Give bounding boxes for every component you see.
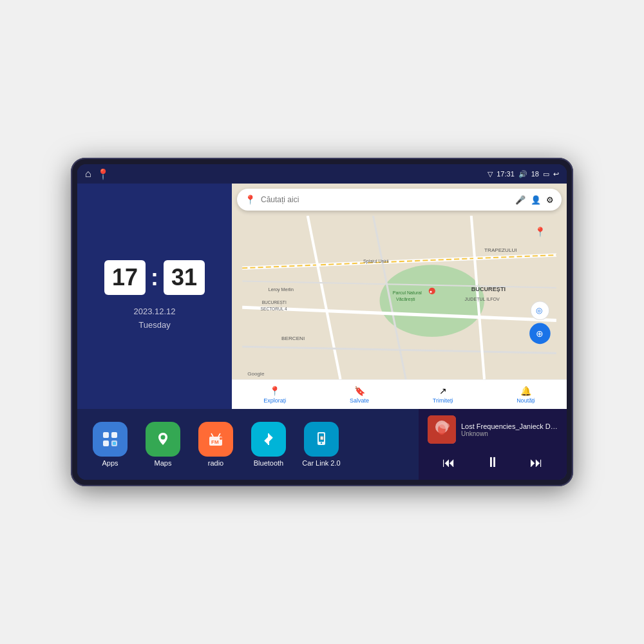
google-maps-pin-icon: 📍 — [245, 194, 256, 205]
app-icon-radio[interactable]: FM radio — [193, 422, 238, 467]
app-icon-apps[interactable]: Apps — [88, 422, 133, 467]
app-icon-bluetooth[interactable]: Bluetooth — [246, 422, 291, 467]
svg-text:BERCENI: BERCENI — [281, 336, 305, 341]
apps-icon-bg — [93, 422, 128, 457]
explore-icon: 📍 — [269, 386, 280, 396]
map-send-tab[interactable]: ↗ Trimiteți — [433, 386, 453, 404]
next-track-button[interactable]: ⏭ — [525, 453, 548, 473]
send-label: Trimiteți — [433, 397, 453, 404]
music-text: Lost Frequencies_Janieck Devy-... Unknow… — [461, 422, 558, 437]
bluetooth-label: Bluetooth — [254, 459, 283, 467]
svg-rect-28 — [103, 432, 109, 438]
svg-text:JUDEȚUL ILFOV: JUDEȚUL ILFOV — [465, 297, 500, 302]
status-bar: ⌂ 📍 ▽ 17:31 🔊 18 ▭ ↩ — [77, 164, 567, 184]
map-explore-tab[interactable]: 📍 Explorați — [263, 386, 286, 404]
maps-pin-icon — [154, 430, 172, 448]
svg-text:●: ● — [430, 289, 432, 294]
voice-search-icon[interactable]: 🎤 — [515, 195, 526, 205]
map-search-bar[interactable]: 📍 🎤 👤 ⚙ — [237, 189, 562, 211]
app-icon-carlink[interactable]: 📋 Car Link 2.0 — [299, 422, 344, 467]
clock-colon: : — [151, 264, 158, 291]
svg-text:BUCUREȘTI: BUCUREȘTI — [471, 286, 506, 292]
saved-icon: 🔖 — [354, 386, 365, 396]
car-screen: ⌂ 📍 ▽ 17:31 🔊 18 ▭ ↩ 17 — [77, 164, 567, 480]
map-widget[interactable]: 📍 🎤 👤 ⚙ — [232, 184, 567, 409]
svg-text:Văcărești: Văcărești — [396, 297, 415, 302]
svg-text:Leroy Merlin: Leroy Merlin — [269, 287, 294, 292]
status-left-icons: ⌂ 📍 — [85, 168, 109, 180]
news-icon: 🔔 — [520, 386, 531, 396]
radio-icon-bg: FM — [198, 422, 233, 457]
bluetooth-icon-bg — [251, 422, 286, 457]
map-search-input[interactable] — [261, 195, 510, 204]
battery-level: 18 — [531, 170, 539, 178]
location-pin-icon[interactable]: 📍 — [97, 168, 109, 180]
status-time: 17:31 — [497, 170, 515, 178]
svg-point-42 — [321, 442, 322, 444]
play-pause-button[interactable]: ⏸ — [480, 451, 505, 473]
top-section: 17 : 31 2023.12.12 Tuesday 📍 🎤 — [77, 184, 567, 409]
car-display-device: ⌂ 📍 ▽ 17:31 🔊 18 ▭ ↩ 17 — [71, 158, 573, 486]
svg-text:SECTORUL 4: SECTORUL 4 — [261, 307, 287, 311]
apps-label: Apps — [102, 459, 118, 467]
svg-rect-30 — [103, 440, 109, 446]
map-bottom-bar: 📍 Explorați 🔖 Salvate ↗ Trimiteți 🔔 — [232, 379, 567, 409]
music-info: Lost Frequencies_Janieck Devy-... Unknow… — [428, 415, 558, 444]
svg-point-33 — [161, 435, 166, 440]
svg-rect-29 — [111, 432, 117, 438]
battery-icon: ▭ — [543, 170, 549, 178]
album-art — [428, 415, 456, 444]
prev-track-button[interactable]: ⏮ — [437, 453, 460, 473]
home-icon[interactable]: ⌂ — [85, 168, 91, 180]
carlink-icon-bg: 📋 — [304, 422, 339, 457]
svg-text:📍: 📍 — [535, 226, 546, 238]
svg-text:📋: 📋 — [319, 435, 325, 440]
news-label: Noutăți — [516, 397, 535, 404]
send-icon: ↗ — [439, 386, 447, 396]
svg-text:BUCUREȘTI: BUCUREȘTI — [262, 300, 287, 305]
radio-fm-icon: FM — [207, 430, 225, 448]
svg-text:Splaiul Unirii: Splaiul Unirii — [363, 259, 389, 264]
maps-icon-bg — [146, 422, 180, 457]
svg-line-36 — [211, 433, 213, 437]
map-svg: TRAPEZULUI BUCUREȘTI JUDEȚUL ILFOV BERCE… — [232, 216, 567, 379]
clock-date: 2023.12.12 Tuesday — [133, 305, 175, 332]
app-icon-maps[interactable]: Maps — [140, 422, 185, 467]
volume-icon: 🔊 — [518, 170, 527, 178]
bluetooth-symbol-icon — [260, 430, 278, 448]
bottom-section: Apps Maps — [77, 409, 567, 480]
saved-label: Salvate — [350, 397, 369, 404]
map-area[interactable]: TRAPEZULUI BUCUREȘTI JUDEȚUL ILFOV BERCE… — [232, 216, 567, 379]
carlink-label: Car Link 2.0 — [302, 459, 340, 467]
clock-hour: 17 — [104, 260, 146, 295]
svg-text:⊕: ⊕ — [536, 328, 544, 339]
clock-display: 17 : 31 — [104, 260, 205, 295]
music-controls: ⏮ ⏸ ⏭ — [428, 451, 558, 473]
clock-widget: 17 : 31 2023.12.12 Tuesday — [77, 184, 232, 409]
svg-text:FM: FM — [211, 439, 219, 445]
carlink-phone-icon: 📋 — [312, 430, 330, 448]
svg-line-37 — [218, 433, 220, 437]
apps-grid-icon — [101, 430, 119, 448]
back-icon[interactable]: ↩ — [553, 170, 559, 178]
app-icons-bar: Apps Maps — [77, 409, 419, 480]
svg-point-47 — [439, 422, 450, 429]
account-icon[interactable]: 👤 — [531, 195, 541, 205]
status-right-info: ▽ 17:31 🔊 18 ▭ ↩ — [488, 170, 559, 178]
radio-label: radio — [208, 459, 223, 467]
svg-text:TRAPEZULUI: TRAPEZULUI — [484, 247, 516, 253]
music-player: Lost Frequencies_Janieck Devy-... Unknow… — [419, 409, 567, 480]
svg-rect-32 — [113, 442, 116, 445]
music-thumbnail — [428, 415, 456, 444]
explore-label: Explorați — [263, 397, 286, 404]
maps-label: Maps — [155, 459, 172, 467]
svg-text:Parcul Natural: Parcul Natural — [393, 290, 422, 296]
svg-text:◎: ◎ — [536, 306, 542, 315]
music-artist: Unknown — [461, 430, 558, 437]
map-saved-tab[interactable]: 🔖 Salvate — [350, 386, 369, 404]
signal-icon: ▽ — [488, 170, 493, 178]
music-title: Lost Frequencies_Janieck Devy-... — [461, 422, 558, 430]
map-news-tab[interactable]: 🔔 Noutăți — [516, 386, 535, 404]
more-icon[interactable]: ⚙ — [546, 195, 554, 205]
svg-text:Google: Google — [247, 371, 265, 377]
